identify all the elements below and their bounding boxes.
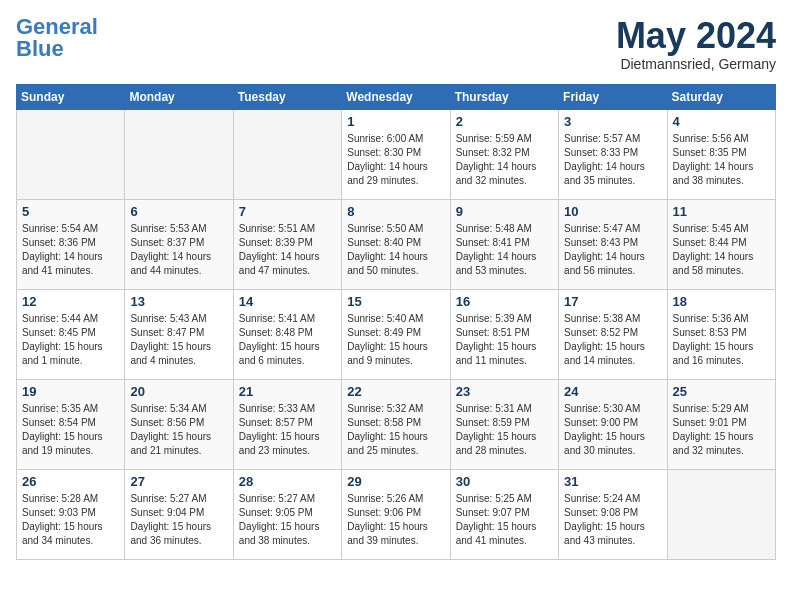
day-number: 22 (347, 384, 444, 399)
day-info: Sunrise: 5:40 AMSunset: 8:49 PMDaylight:… (347, 312, 444, 368)
day-number: 23 (456, 384, 553, 399)
day-info: Sunrise: 5:54 AMSunset: 8:36 PMDaylight:… (22, 222, 119, 278)
day-info: Sunrise: 5:56 AMSunset: 8:35 PMDaylight:… (673, 132, 770, 188)
day-info: Sunrise: 5:35 AMSunset: 8:54 PMDaylight:… (22, 402, 119, 458)
calendar-cell: 13Sunrise: 5:43 AMSunset: 8:47 PMDayligh… (125, 289, 233, 379)
day-info: Sunrise: 5:29 AMSunset: 9:01 PMDaylight:… (673, 402, 770, 458)
day-number: 4 (673, 114, 770, 129)
day-header-wednesday: Wednesday (342, 84, 450, 109)
day-number: 15 (347, 294, 444, 309)
day-info: Sunrise: 5:36 AMSunset: 8:53 PMDaylight:… (673, 312, 770, 368)
calendar-cell: 18Sunrise: 5:36 AMSunset: 8:53 PMDayligh… (667, 289, 775, 379)
location: Dietmannsried, Germany (616, 56, 776, 72)
day-info: Sunrise: 5:59 AMSunset: 8:32 PMDaylight:… (456, 132, 553, 188)
calendar-cell: 6Sunrise: 5:53 AMSunset: 8:37 PMDaylight… (125, 199, 233, 289)
calendar-cell: 14Sunrise: 5:41 AMSunset: 8:48 PMDayligh… (233, 289, 341, 379)
day-header-thursday: Thursday (450, 84, 558, 109)
calendar-cell: 30Sunrise: 5:25 AMSunset: 9:07 PMDayligh… (450, 469, 558, 559)
day-info: Sunrise: 5:32 AMSunset: 8:58 PMDaylight:… (347, 402, 444, 458)
day-header-friday: Friday (559, 84, 667, 109)
day-info: Sunrise: 5:27 AMSunset: 9:04 PMDaylight:… (130, 492, 227, 548)
day-info: Sunrise: 5:30 AMSunset: 9:00 PMDaylight:… (564, 402, 661, 458)
day-header-monday: Monday (125, 84, 233, 109)
calendar-cell: 31Sunrise: 5:24 AMSunset: 9:08 PMDayligh… (559, 469, 667, 559)
day-header-sunday: Sunday (17, 84, 125, 109)
day-header-tuesday: Tuesday (233, 84, 341, 109)
day-number: 1 (347, 114, 444, 129)
day-number: 24 (564, 384, 661, 399)
day-number: 7 (239, 204, 336, 219)
day-number: 19 (22, 384, 119, 399)
day-info: Sunrise: 5:33 AMSunset: 8:57 PMDaylight:… (239, 402, 336, 458)
day-number: 25 (673, 384, 770, 399)
day-info: Sunrise: 5:43 AMSunset: 8:47 PMDaylight:… (130, 312, 227, 368)
day-number: 20 (130, 384, 227, 399)
day-number: 10 (564, 204, 661, 219)
day-info: Sunrise: 5:44 AMSunset: 8:45 PMDaylight:… (22, 312, 119, 368)
day-info: Sunrise: 5:26 AMSunset: 9:06 PMDaylight:… (347, 492, 444, 548)
day-info: Sunrise: 5:51 AMSunset: 8:39 PMDaylight:… (239, 222, 336, 278)
calendar-cell: 11Sunrise: 5:45 AMSunset: 8:44 PMDayligh… (667, 199, 775, 289)
calendar-cell: 15Sunrise: 5:40 AMSunset: 8:49 PMDayligh… (342, 289, 450, 379)
calendar-cell: 3Sunrise: 5:57 AMSunset: 8:33 PMDaylight… (559, 109, 667, 199)
day-number: 26 (22, 474, 119, 489)
day-number: 12 (22, 294, 119, 309)
day-number: 28 (239, 474, 336, 489)
day-info: Sunrise: 5:31 AMSunset: 8:59 PMDaylight:… (456, 402, 553, 458)
calendar-cell: 2Sunrise: 5:59 AMSunset: 8:32 PMDaylight… (450, 109, 558, 199)
day-info: Sunrise: 5:53 AMSunset: 8:37 PMDaylight:… (130, 222, 227, 278)
calendar-cell: 20Sunrise: 5:34 AMSunset: 8:56 PMDayligh… (125, 379, 233, 469)
calendar-cell: 1Sunrise: 6:00 AMSunset: 8:30 PMDaylight… (342, 109, 450, 199)
calendar-week-5: 26Sunrise: 5:28 AMSunset: 9:03 PMDayligh… (17, 469, 776, 559)
calendar-table: SundayMondayTuesdayWednesdayThursdayFrid… (16, 84, 776, 560)
day-number: 21 (239, 384, 336, 399)
day-info: Sunrise: 5:39 AMSunset: 8:51 PMDaylight:… (456, 312, 553, 368)
day-info: Sunrise: 5:27 AMSunset: 9:05 PMDaylight:… (239, 492, 336, 548)
calendar-cell: 29Sunrise: 5:26 AMSunset: 9:06 PMDayligh… (342, 469, 450, 559)
calendar-header-row: SundayMondayTuesdayWednesdayThursdayFrid… (17, 84, 776, 109)
calendar-week-1: 1Sunrise: 6:00 AMSunset: 8:30 PMDaylight… (17, 109, 776, 199)
calendar-week-3: 12Sunrise: 5:44 AMSunset: 8:45 PMDayligh… (17, 289, 776, 379)
calendar-cell: 26Sunrise: 5:28 AMSunset: 9:03 PMDayligh… (17, 469, 125, 559)
calendar-cell: 27Sunrise: 5:27 AMSunset: 9:04 PMDayligh… (125, 469, 233, 559)
calendar-cell: 17Sunrise: 5:38 AMSunset: 8:52 PMDayligh… (559, 289, 667, 379)
day-number: 16 (456, 294, 553, 309)
calendar-cell (233, 109, 341, 199)
day-info: Sunrise: 5:57 AMSunset: 8:33 PMDaylight:… (564, 132, 661, 188)
calendar-cell (667, 469, 775, 559)
calendar-cell: 21Sunrise: 5:33 AMSunset: 8:57 PMDayligh… (233, 379, 341, 469)
calendar-cell: 7Sunrise: 5:51 AMSunset: 8:39 PMDaylight… (233, 199, 341, 289)
day-number: 30 (456, 474, 553, 489)
day-info: Sunrise: 5:38 AMSunset: 8:52 PMDaylight:… (564, 312, 661, 368)
day-number: 27 (130, 474, 227, 489)
day-number: 6 (130, 204, 227, 219)
calendar-cell: 24Sunrise: 5:30 AMSunset: 9:00 PMDayligh… (559, 379, 667, 469)
page-header: General Blue May 2024 Dietmannsried, Ger… (16, 16, 776, 72)
day-info: Sunrise: 5:48 AMSunset: 8:41 PMDaylight:… (456, 222, 553, 278)
day-info: Sunrise: 5:41 AMSunset: 8:48 PMDaylight:… (239, 312, 336, 368)
day-number: 11 (673, 204, 770, 219)
calendar-cell: 28Sunrise: 5:27 AMSunset: 9:05 PMDayligh… (233, 469, 341, 559)
calendar-cell: 4Sunrise: 5:56 AMSunset: 8:35 PMDaylight… (667, 109, 775, 199)
logo-blue: Blue (16, 36, 64, 61)
calendar-cell: 25Sunrise: 5:29 AMSunset: 9:01 PMDayligh… (667, 379, 775, 469)
calendar-cell: 5Sunrise: 5:54 AMSunset: 8:36 PMDaylight… (17, 199, 125, 289)
calendar-cell (17, 109, 125, 199)
calendar-cell: 23Sunrise: 5:31 AMSunset: 8:59 PMDayligh… (450, 379, 558, 469)
calendar-cell: 10Sunrise: 5:47 AMSunset: 8:43 PMDayligh… (559, 199, 667, 289)
day-number: 18 (673, 294, 770, 309)
day-info: Sunrise: 5:28 AMSunset: 9:03 PMDaylight:… (22, 492, 119, 548)
day-number: 5 (22, 204, 119, 219)
calendar-cell (125, 109, 233, 199)
calendar-cell: 16Sunrise: 5:39 AMSunset: 8:51 PMDayligh… (450, 289, 558, 379)
day-number: 9 (456, 204, 553, 219)
day-info: Sunrise: 5:25 AMSunset: 9:07 PMDaylight:… (456, 492, 553, 548)
day-info: Sunrise: 5:50 AMSunset: 8:40 PMDaylight:… (347, 222, 444, 278)
day-info: Sunrise: 5:47 AMSunset: 8:43 PMDaylight:… (564, 222, 661, 278)
calendar-cell: 19Sunrise: 5:35 AMSunset: 8:54 PMDayligh… (17, 379, 125, 469)
day-number: 3 (564, 114, 661, 129)
day-number: 8 (347, 204, 444, 219)
day-info: Sunrise: 5:45 AMSunset: 8:44 PMDaylight:… (673, 222, 770, 278)
calendar-week-4: 19Sunrise: 5:35 AMSunset: 8:54 PMDayligh… (17, 379, 776, 469)
calendar-cell: 12Sunrise: 5:44 AMSunset: 8:45 PMDayligh… (17, 289, 125, 379)
